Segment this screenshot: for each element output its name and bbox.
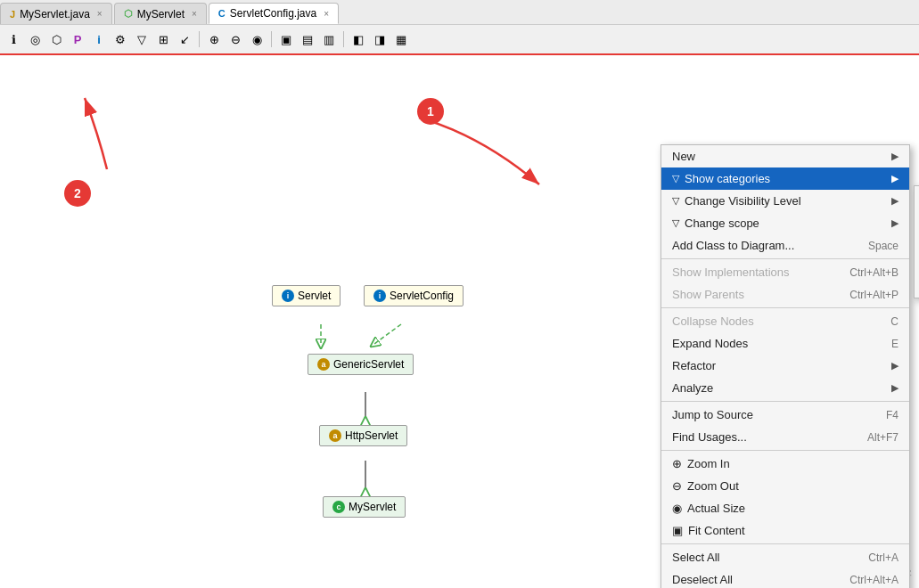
- tab-close-3[interactable]: ×: [324, 9, 329, 19]
- menu-item-change-scope[interactable]: ▽ Change scope ▶: [661, 212, 909, 234]
- menu-sep-2: [661, 307, 909, 308]
- toolbar: ℹ ◎ ⬡ P i ⚙ ▽ ⊞ ↙ ⊕ ⊖ ◉ ▣ ▤ ▥ ◧ ◨ ▦: [0, 25, 919, 55]
- toolbar-btn-zoom-actual[interactable]: ◉: [247, 29, 267, 49]
- menu-item-zoom-out[interactable]: ⊖ Zoom Out: [661, 475, 909, 497]
- menu-item-deselect-all[interactable]: Deselect All Ctrl+Alt+A: [661, 568, 909, 588]
- node-label-servletconfig: ServletConfig: [390, 290, 454, 302]
- toolbar-btn-i[interactable]: i: [89, 29, 109, 49]
- tab-servletconfig-java[interactable]: C ServletConfig.java ×: [209, 3, 339, 24]
- tab-close-1[interactable]: ×: [97, 9, 103, 19]
- toolbar-btn-filter2[interactable]: ▽: [132, 29, 152, 49]
- toolbar-btn-circle[interactable]: ◎: [25, 29, 45, 49]
- menu-item-show-parents: Show Parents Ctrl+Alt+P: [661, 283, 909, 306]
- tab-label: ServletConfig.java: [230, 7, 316, 20]
- submenu-item-methods[interactable]: m Methods: [915, 231, 919, 253]
- menu-shortcut-collapse-nodes: C: [890, 315, 898, 328]
- toolbar-btn-grid[interactable]: ⊞: [153, 29, 173, 49]
- node-icon-httpservlet: a: [329, 429, 341, 442]
- node-label-httpservlet: HttpServlet: [345, 429, 398, 442]
- arrow-annotation-2: [410, 109, 553, 207]
- menu-label-select-all: Select All: [672, 551, 719, 564]
- node-icon-servletconfig: i: [373, 290, 386, 302]
- menu-icon-change-visibility: ▽: [672, 195, 679, 207]
- toolbar-btn-layout2[interactable]: ▥: [319, 29, 339, 49]
- submenu-item-fields[interactable]: i Fields: [915, 186, 919, 208]
- menu-item-jump-to-source[interactable]: Jump to Source F4: [661, 404, 909, 426]
- toolbar-btn-info[interactable]: ℹ: [4, 29, 23, 49]
- menu-shortcut-expand-nodes: E: [891, 338, 898, 350]
- menu-icon-actual-size: ◉: [672, 502, 682, 515]
- toolbar-btn-arrow[interactable]: ↙: [175, 29, 194, 49]
- toolbar-sep1: [199, 31, 200, 47]
- menu-label-show-categories: Show categories: [685, 172, 770, 185]
- menu-item-select-all[interactable]: Select All Ctrl+A: [661, 546, 909, 568]
- menu-label-new: New: [672, 150, 695, 163]
- menu-item-collapse-nodes: Collapse Nodes C: [661, 310, 909, 332]
- toolbar-sep3: [343, 31, 344, 47]
- toolbar-btn-p[interactable]: P: [68, 29, 87, 49]
- menu-label-add-class: Add Class to Diagram...: [672, 239, 794, 252]
- main-area: 2 1: [0, 55, 919, 588]
- node-genericservlet[interactable]: a GenericServlet: [308, 354, 414, 375]
- menu-label-show-parents: Show Parents: [672, 288, 744, 301]
- menu-icon-fit-content: ▣: [672, 524, 683, 537]
- menu-sep-3: [661, 401, 909, 402]
- menu-label-fit-content: Fit Content: [688, 524, 745, 537]
- node-label-servlet: Servlet: [298, 290, 331, 302]
- menu-label-jump-to-source: Jump to Source: [672, 408, 753, 421]
- toolbar-btn-print[interactable]: ◨: [370, 29, 390, 49]
- submenu-show-categories: i Fields m Constructors m Methods p Prop…: [914, 185, 919, 298]
- menu-item-expand-nodes[interactable]: Expand Nodes E: [661, 332, 909, 355]
- node-servletconfig[interactable]: i ServletConfig: [364, 285, 464, 306]
- menu-item-fit-content[interactable]: ▣ Fit Content: [661, 519, 909, 542]
- menu-item-find-usages[interactable]: Find Usages... Alt+F7: [661, 426, 909, 448]
- tab-icon-j: J: [10, 9, 15, 20]
- toolbar-btn-zoom-in[interactable]: ⊕: [204, 29, 224, 49]
- submenu-item-inner-classes[interactable]: i Inner Classes: [915, 275, 919, 298]
- toolbar-btn-misc[interactable]: ▦: [391, 29, 411, 49]
- toolbar-btn-snap[interactable]: ▣: [276, 29, 296, 49]
- menu-label-find-usages: Find Usages...: [672, 430, 747, 444]
- submenu-item-properties[interactable]: p Properties: [915, 253, 919, 275]
- menu-arrow-analyze: ▶: [891, 382, 898, 394]
- menu-shortcut-select-all: Ctrl+A: [868, 551, 898, 564]
- menu-item-refactor[interactable]: Refactor ▶: [661, 355, 909, 377]
- menu-sep-4: [661, 450, 909, 451]
- menu-item-change-visibility[interactable]: ▽ Change Visibility Level ▶: [661, 190, 909, 212]
- menu-item-add-class[interactable]: Add Class to Diagram... Space: [661, 234, 909, 257]
- menu-item-show-categories[interactable]: ▽ Show categories ▶ i Fields m Construct…: [661, 167, 909, 190]
- menu-item-new[interactable]: New ▶: [661, 145, 909, 167]
- node-servlet[interactable]: i Servlet: [272, 285, 341, 306]
- menu-icon-show-categories: ▽: [672, 173, 679, 184]
- menu-arrow-change-scope: ▶: [891, 217, 898, 229]
- menu-label-actual-size: Actual Size: [687, 502, 745, 515]
- node-myservlet[interactable]: c MyServlet: [323, 496, 406, 518]
- menu-item-analyze[interactable]: Analyze ▶: [661, 377, 909, 399]
- tab-myservlet[interactable]: ⬡ MyServlet ×: [114, 3, 207, 24]
- node-label-genericservlet: GenericServlet: [333, 358, 404, 371]
- menu-arrow-change-visibility: ▶: [891, 195, 898, 207]
- menu-item-actual-size[interactable]: ◉ Actual Size: [661, 497, 909, 519]
- toolbar-btn-export[interactable]: ◧: [349, 29, 368, 49]
- tab-close-2[interactable]: ×: [192, 9, 197, 19]
- menu-sep-1: [661, 258, 909, 259]
- toolbar-btn-filter[interactable]: ⚙: [111, 29, 130, 49]
- toolbar-sep2: [271, 31, 272, 47]
- menu-icon-zoom-out: ⊖: [672, 479, 682, 493]
- menu-sep-5: [661, 543, 909, 544]
- arrow-annotation-1: [71, 89, 143, 178]
- toolbar-btn-zoom-out[interactable]: ⊖: [226, 29, 245, 49]
- menu-shortcut-add-class: Space: [868, 240, 898, 252]
- node-httpservlet[interactable]: a HttpServlet: [319, 425, 407, 446]
- submenu-item-constructors[interactable]: m Constructors: [915, 208, 919, 231]
- menu-label-zoom-out: Zoom Out: [687, 479, 739, 493]
- menu-shortcut-deselect-all: Ctrl+Alt+A: [849, 574, 898, 586]
- node-icon-myservlet: c: [332, 501, 345, 513]
- context-menu: New ▶ ▽ Show categories ▶ i Fields m Con…: [661, 144, 910, 588]
- menu-item-zoom-in[interactable]: ⊕ Zoom In: [661, 453, 909, 475]
- toolbar-btn-layout1[interactable]: ▤: [298, 29, 317, 49]
- toolbar-btn-hex[interactable]: ⬡: [46, 29, 66, 49]
- menu-label-collapse-nodes: Collapse Nodes: [672, 314, 754, 328]
- menu-shortcut-find-usages: Alt+F7: [867, 431, 898, 444]
- tab-myservlet-java[interactable]: J MyServlet.java ×: [0, 3, 112, 24]
